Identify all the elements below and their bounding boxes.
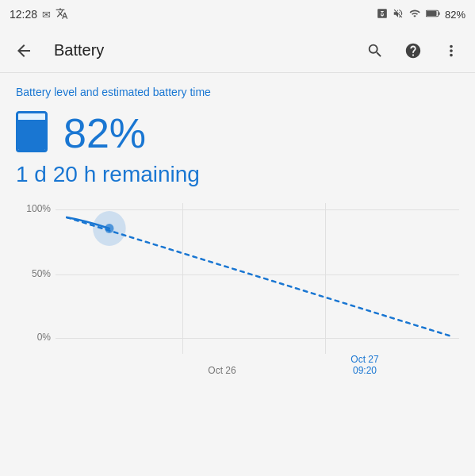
app-bar: Battery bbox=[0, 29, 475, 73]
y-label-100: 100% bbox=[16, 203, 51, 214]
status-time: 12:28 bbox=[10, 8, 37, 21]
mute-icon bbox=[393, 8, 404, 21]
remaining-time: 1 d 20 h remaining bbox=[16, 162, 459, 187]
x-label-oct27: Oct 27 09:20 bbox=[351, 354, 378, 376]
x-label-oct27-time: 09:20 bbox=[351, 365, 378, 376]
search-button[interactable] bbox=[358, 33, 393, 68]
battery-fill bbox=[18, 120, 45, 150]
app-bar-actions bbox=[358, 33, 469, 68]
y-label-50: 50% bbox=[16, 268, 51, 279]
svg-rect-1 bbox=[439, 12, 440, 15]
svg-rect-2 bbox=[427, 11, 437, 16]
more-options-button[interactable] bbox=[434, 33, 469, 68]
translate-icon bbox=[56, 7, 68, 22]
battery-body bbox=[16, 111, 48, 152]
section-label: Battery level and estimated battery time bbox=[16, 86, 459, 98]
x-label-oct26: Oct 26 bbox=[208, 365, 236, 376]
back-button[interactable] bbox=[6, 33, 41, 68]
wifi-icon bbox=[408, 8, 421, 21]
battery-chart-svg bbox=[56, 203, 459, 344]
help-button[interactable] bbox=[396, 33, 431, 68]
status-left: 12:28 ✉ bbox=[10, 7, 68, 22]
y-label-0: 0% bbox=[16, 332, 51, 343]
battery-percent: 82% bbox=[63, 113, 146, 154]
battery-tip bbox=[26, 111, 37, 113]
main-content: Battery level and estimated battery time… bbox=[0, 73, 475, 390]
nfc-icon bbox=[377, 8, 388, 21]
battery-status-icon bbox=[426, 8, 440, 21]
status-bar: 12:28 ✉ 82% bbox=[0, 0, 475, 29]
battery-display: 82% bbox=[16, 111, 459, 155]
app-bar-title: Battery bbox=[54, 41, 358, 60]
gmail-icon: ✉ bbox=[42, 9, 51, 21]
chart-container: 100% 50% 0% Oct 26 Oct 27 09:20 bbox=[16, 203, 459, 378]
status-right: 82% bbox=[377, 8, 465, 21]
battery-status-text: 82% bbox=[445, 9, 465, 21]
battery-icon bbox=[16, 111, 51, 155]
x-label-oct27-date: Oct 27 bbox=[351, 354, 378, 365]
